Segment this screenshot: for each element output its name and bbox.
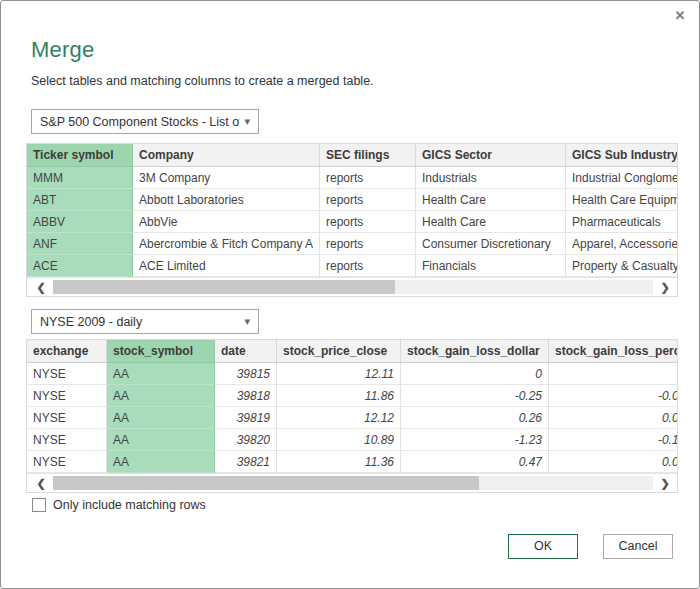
top-table: Ticker symbolCompanySEC filingsGICS Sect… [26, 143, 678, 297]
table-cell[interactable]: Financials [416, 255, 566, 277]
table-row: NYSEAA3981811.86-0.25-0.020644096 [27, 385, 678, 407]
column-header[interactable]: SEC filings [320, 144, 416, 167]
table-row: ABTAbbott LaboratoriesreportsHealth Care… [27, 189, 678, 211]
column-header[interactable]: Ticker symbol [27, 144, 133, 167]
table-cell[interactable]: NYSE [27, 429, 107, 451]
cancel-button[interactable]: Cancel [603, 534, 673, 559]
only-matching-rows-checkbox[interactable] [32, 498, 46, 512]
chevron-down-icon: ▾ [244, 115, 250, 128]
dialog-title: Merge [31, 37, 94, 63]
column-header[interactable]: date [215, 340, 277, 363]
table-cell[interactable]: 10.89 [277, 429, 401, 451]
table-row: NYSEAA3982010.89-1.23-0.101485149 [27, 429, 678, 451]
scrollbar-thumb[interactable] [53, 476, 479, 490]
table-cell[interactable]: NYSE [27, 363, 107, 385]
column-header[interactable]: GICS Sector [416, 144, 566, 167]
table-cell[interactable]: NYSE [27, 407, 107, 429]
top-table-selector[interactable]: S&P 500 Component Stocks - List of... ▾ [31, 109, 259, 134]
table-cell[interactable]: 11.86 [277, 385, 401, 407]
column-header[interactable]: GICS Sub Industry [566, 144, 678, 167]
scroll-left-icon[interactable]: ❮ [33, 278, 49, 297]
ok-button[interactable]: OK [508, 534, 578, 559]
table-body: NYSEAA3981512.1100NYSEAA3981811.86-0.25-… [27, 363, 677, 473]
table-cell[interactable]: reports [320, 255, 416, 277]
table-cell[interactable]: 11.36 [277, 451, 401, 473]
scrollbar-track[interactable] [53, 476, 653, 490]
column-header[interactable]: stock_symbol [107, 340, 215, 363]
scroll-left-icon[interactable]: ❮ [33, 474, 49, 493]
table-cell[interactable]: -0.020644096 [549, 385, 678, 407]
table-cell[interactable]: 12.11 [277, 363, 401, 385]
table-cell[interactable]: Abbott Laboratories [133, 189, 320, 211]
table-cell[interactable]: 39818 [215, 385, 277, 407]
table-cell[interactable]: AbbVie [133, 211, 320, 233]
table-cell[interactable]: NYSE [27, 451, 107, 473]
table-cell[interactable]: ANF [27, 233, 133, 255]
table-cell[interactable]: -0.101485149 [549, 429, 678, 451]
table-cell[interactable]: 0 [549, 363, 678, 385]
merge-dialog: ✕ Merge Select tables and matching colum… [0, 0, 700, 589]
table-cell[interactable]: 0.043158861 [549, 451, 678, 473]
column-header[interactable]: Company [133, 144, 320, 167]
column-header[interactable]: stock_price_close [277, 340, 401, 363]
table-cell[interactable]: AA [107, 363, 215, 385]
table-cell[interactable]: Health Care [416, 211, 566, 233]
scroll-right-icon[interactable]: ❯ [657, 278, 673, 297]
table-row: MMM3M CompanyreportsIndustrialsIndustria… [27, 167, 678, 189]
bottom-table-selector-value: NYSE 2009 - daily [40, 315, 240, 329]
horizontal-scrollbar[interactable]: ❮ ❯ [27, 473, 678, 492]
table-cell[interactable]: Industrial Conglomerates [566, 167, 678, 189]
table-cell[interactable]: 0.47 [401, 451, 549, 473]
scrollbar-thumb[interactable] [53, 280, 395, 294]
table-cell[interactable]: 39815 [215, 363, 277, 385]
table-cell[interactable]: Health Care [416, 189, 566, 211]
table-cell[interactable]: NYSE [27, 385, 107, 407]
checkbox-label: Only include matching rows [53, 498, 206, 512]
table-cell[interactable]: 39820 [215, 429, 277, 451]
table-cell[interactable]: 12.12 [277, 407, 401, 429]
table-cell[interactable]: Pharmaceuticals [566, 211, 678, 233]
table-cell[interactable]: Consumer Discretionary [416, 233, 566, 255]
column-header[interactable]: stock_gain_loss_dollar [401, 340, 549, 363]
scrollbar-track[interactable] [53, 280, 653, 294]
table-cell[interactable]: -1.23 [401, 429, 549, 451]
table-cell[interactable]: AA [107, 385, 215, 407]
scroll-right-icon[interactable]: ❯ [657, 474, 673, 493]
column-header[interactable]: exchange [27, 340, 107, 363]
table-cell[interactable]: Property & Casualty Insurance [566, 255, 678, 277]
table-cell[interactable]: reports [320, 189, 416, 211]
table-row: ACEACE LimitedreportsFinancialsProperty … [27, 255, 678, 277]
table-header: Ticker symbolCompanySEC filingsGICS Sect… [27, 144, 678, 167]
bottom-table-selector[interactable]: NYSE 2009 - daily ▾ [31, 309, 259, 334]
table-cell[interactable]: 3M Company [133, 167, 320, 189]
table-cell[interactable]: ABT [27, 189, 133, 211]
table-cell[interactable]: 39819 [215, 407, 277, 429]
table-cell[interactable]: Apparel, Accessories & Luxury Goods [566, 233, 678, 255]
table-cell[interactable]: MMM [27, 167, 133, 189]
column-header[interactable]: stock_gain_loss_percent [549, 340, 678, 363]
table-cell[interactable]: Industrials [416, 167, 566, 189]
table-cell[interactable]: 0 [401, 363, 549, 385]
table-cell[interactable]: reports [320, 211, 416, 233]
chevron-down-icon: ▾ [244, 315, 250, 328]
table-cell[interactable]: ACE Limited [133, 255, 320, 277]
table-cell[interactable]: AA [107, 429, 215, 451]
table-cell[interactable]: ABBV [27, 211, 133, 233]
dialog-subtitle: Select tables and matching columns to cr… [31, 74, 374, 88]
close-icon[interactable]: ✕ [671, 7, 689, 25]
table-body: MMM3M CompanyreportsIndustrialsIndustria… [27, 167, 677, 277]
table-cell[interactable]: ACE [27, 255, 133, 277]
table-cell[interactable]: reports [320, 233, 416, 255]
table-row: NYSEAA3981512.1100 [27, 363, 678, 385]
table-row: NYSEAA3981912.120.260.021922428 [27, 407, 678, 429]
table-cell[interactable]: AA [107, 451, 215, 473]
table-cell[interactable]: AA [107, 407, 215, 429]
table-cell[interactable]: 39821 [215, 451, 277, 473]
table-cell[interactable]: Abercrombie & Fitch Company A [133, 233, 320, 255]
table-cell[interactable]: -0.25 [401, 385, 549, 407]
table-cell[interactable]: Health Care Equipment [566, 189, 678, 211]
table-cell[interactable]: reports [320, 167, 416, 189]
horizontal-scrollbar[interactable]: ❮ ❯ [27, 277, 678, 296]
table-cell[interactable]: 0.021922428 [549, 407, 678, 429]
table-cell[interactable]: 0.26 [401, 407, 549, 429]
